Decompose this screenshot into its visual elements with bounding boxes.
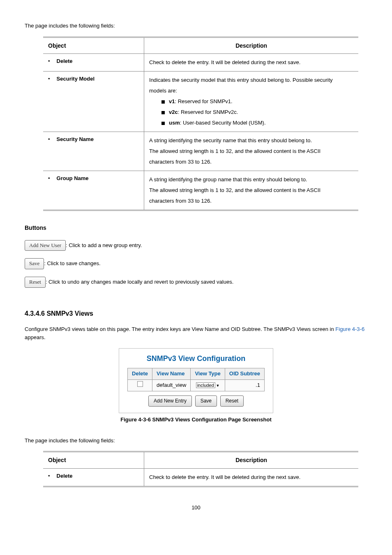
button-description: : Click to undo any changes made locally…: [46, 279, 233, 285]
desc-line: characters from 33 to 126.: [149, 157, 353, 167]
figure-row: default_view included .1: [128, 379, 265, 391]
desc-sub-line: v1: Reserved for SNMPv1.: [161, 96, 353, 107]
table-row: Security ModelIndicates the security mod…: [43, 72, 358, 132]
description-cell: Check to delete the entry. It will be de…: [144, 54, 359, 72]
fig-th-delete: Delete: [128, 368, 152, 379]
fig-delete-cell[interactable]: [128, 379, 152, 391]
th-description: Description: [144, 37, 359, 53]
desc-line: A string identifying the group name that…: [149, 174, 353, 185]
fig-th-oidsubtree: OID Subtree: [225, 368, 264, 379]
figure-caption: Figure 4-3-6 SNMPv3 Views Configuration …: [25, 416, 367, 424]
fig-th-viewtype: View Type: [191, 368, 225, 379]
button-image[interactable]: Add New User: [25, 240, 66, 251]
checkbox-icon[interactable]: [137, 381, 143, 387]
figure-container: SNMPv3 View Configuration Delete View Na…: [25, 348, 367, 424]
table-row: DeleteCheck to delete the entry. It will…: [43, 54, 358, 72]
section-heading-views: 4.3.4.6 SNMPv3 Views: [25, 308, 367, 319]
intro-text-1: The page includes the following fields:: [25, 22, 367, 30]
square-bullet-icon: [161, 122, 165, 125]
figure-reset-button[interactable]: Reset: [220, 395, 244, 407]
fig-viewname-cell: default_view: [152, 379, 191, 391]
th-object-2: Object: [43, 452, 144, 468]
th-object: Object: [43, 37, 144, 53]
object-cell: Group Name: [43, 171, 144, 210]
desc-line: A string identifying the security name t…: [149, 135, 353, 146]
page-number: 100: [25, 504, 367, 512]
button-row: Reset: Click to undo any changes made lo…: [25, 277, 367, 288]
fields-table-1: Object Description DeleteCheck to delete…: [43, 37, 358, 211]
fig-viewtype-cell[interactable]: included: [191, 379, 225, 391]
figure-select-value[interactable]: included: [196, 382, 215, 388]
th-description-2: Description: [144, 452, 359, 468]
desc-line: Check to delete the entry. It will be de…: [149, 57, 353, 68]
button-image[interactable]: Save: [25, 258, 44, 269]
figure-save-button[interactable]: Save: [195, 395, 217, 407]
button-description: : Click to save changes.: [44, 260, 100, 266]
table-row: Group NameA string identifying the group…: [43, 171, 358, 210]
table-row: DeleteCheck to delete the entry. It will…: [43, 468, 358, 486]
views-text-pre: Configure SNMPv3 views table on this pag…: [25, 326, 335, 332]
square-bullet-icon: [161, 100, 165, 104]
desc-line: characters from 33 to 126.: [149, 196, 353, 206]
intro-text-2: The page includes the following fields:: [25, 437, 367, 445]
object-cell: Delete: [43, 468, 144, 486]
desc-line: models are:: [149, 86, 353, 96]
figure-link[interactable]: Figure 4-3-6: [335, 326, 364, 332]
desc-line: The allowed string length is 1 to 32, an…: [149, 185, 353, 196]
button-description: : Click to add a new group entry.: [66, 242, 142, 248]
button-row: Save: Click to save changes.: [25, 258, 367, 269]
object-cell: Delete: [43, 54, 144, 72]
figure-add-entry-button[interactable]: Add New Entry: [148, 395, 192, 407]
desc-line: The allowed string length is 1 to 32, an…: [149, 146, 353, 157]
description-cell: A string identifying the group name that…: [144, 171, 359, 210]
desc-line: Indicates the security model that this e…: [149, 75, 353, 86]
desc-sub-line: usm: User-based Security Model (USM).: [161, 118, 353, 128]
fig-th-viewname: View Name: [152, 368, 191, 379]
fields-table-2: Object Description DeleteCheck to delete…: [43, 451, 358, 487]
description-cell: A string identifying the security name t…: [144, 132, 359, 171]
table-row: Security NameA string identifying the se…: [43, 132, 358, 171]
object-cell: Security Model: [43, 72, 144, 132]
fig-oid-cell: .1: [225, 379, 264, 391]
desc-line: Check to delete the entry. It will be de…: [149, 472, 353, 483]
views-text-post: appears.: [25, 334, 46, 340]
desc-sub-line: v2c: Reserved for SNMPv2c.: [161, 107, 353, 118]
object-cell: Security Name: [43, 132, 144, 171]
figure-table: Delete View Name View Type OID Subtree d…: [127, 368, 265, 391]
buttons-heading: Buttons: [25, 223, 367, 232]
button-image[interactable]: Reset: [25, 277, 46, 288]
figure-title: SNMPv3 View Configuration: [127, 353, 265, 365]
description-cell: Check to delete the entry. It will be de…: [144, 468, 359, 486]
description-cell: Indicates the security model that this e…: [144, 72, 359, 132]
views-paragraph: Configure SNMPv3 views table on this pag…: [25, 325, 367, 342]
square-bullet-icon: [161, 111, 165, 114]
button-row: Add New User: Click to add a new group e…: [25, 240, 367, 251]
